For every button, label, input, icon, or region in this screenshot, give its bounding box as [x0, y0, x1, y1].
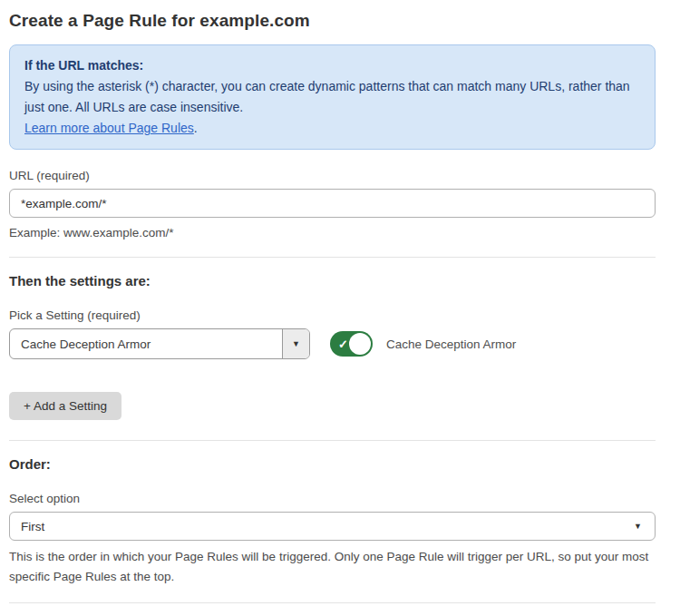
- chevron-down-icon: ▼: [292, 340, 300, 348]
- divider: [9, 440, 656, 441]
- toggle-knob: [349, 333, 371, 355]
- pick-setting-label: Pick a Setting (required): [9, 308, 656, 322]
- divider: [9, 257, 656, 258]
- setting-row: Cache Deception Armor ▼ ✓ Cache Deceptio…: [9, 328, 656, 359]
- checkmark-icon: ✓: [338, 337, 348, 351]
- order-select-label: Select option: [9, 492, 656, 505]
- info-box-heading: If the URL matches:: [24, 55, 640, 76]
- settings-section-heading: Then the settings are:: [9, 273, 656, 288]
- url-input[interactable]: [9, 189, 656, 218]
- info-box-link-line: Learn more about Page Rules.: [24, 118, 640, 139]
- add-setting-button[interactable]: + Add a Setting: [9, 392, 121, 420]
- order-helper-text: This is the order in which your Page Rul…: [9, 547, 656, 587]
- url-field-label: URL (required): [9, 169, 656, 182]
- url-field-helper: Example: www.example.com/*: [9, 224, 656, 241]
- setting-toggle[interactable]: ✓: [330, 331, 373, 357]
- learn-more-link[interactable]: Learn more about Page Rules: [24, 121, 194, 135]
- toggle-label: Cache Deception Armor: [386, 337, 516, 351]
- divider: [9, 602, 656, 603]
- create-page-rule-panel: Create a Page Rule for example.com If th…: [0, 0, 680, 616]
- url-match-info-box: If the URL matches: By using the asteris…: [9, 44, 656, 150]
- link-suffix: .: [194, 121, 198, 135]
- info-box-body: By using the asterisk (*) character, you…: [24, 76, 640, 118]
- order-section-heading: Order:: [9, 456, 656, 472]
- order-select-value: First: [21, 520, 44, 533]
- setting-select[interactable]: Cache Deception Armor ▼: [9, 328, 310, 359]
- chevron-down-icon: ▼: [634, 523, 642, 531]
- setting-select-value: Cache Deception Armor: [10, 329, 282, 358]
- page-title: Create a Page Rule for example.com: [9, 11, 656, 31]
- order-select[interactable]: First ▼: [9, 512, 656, 541]
- setting-select-arrow-button[interactable]: ▼: [282, 329, 309, 358]
